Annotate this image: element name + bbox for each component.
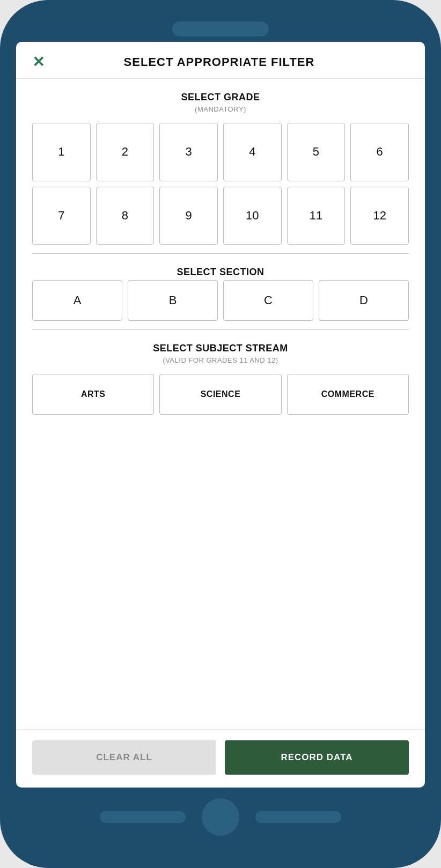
phone-screen: ✕ SELECT APPROPRIATE FILTER SELECT GRADE… bbox=[16, 42, 425, 788]
grade-mandatory-label: (MANDATORY) bbox=[32, 105, 409, 113]
phone-speaker bbox=[172, 21, 269, 36]
grade-btn-9[interactable]: 9 bbox=[159, 187, 218, 245]
record-data-button[interactable]: RECORD DATA bbox=[225, 740, 409, 775]
bottom-pill-right bbox=[255, 811, 341, 823]
section-btn-D[interactable]: D bbox=[319, 280, 409, 321]
bottom-pill-left bbox=[100, 811, 186, 823]
grade-btn-1[interactable]: 1 bbox=[32, 123, 91, 181]
phone-device: ✕ SELECT APPROPRIATE FILTER SELECT GRADE… bbox=[0, 0, 441, 868]
stream-section: SELECT SUBJECT STREAM (VALID FOR GRADES … bbox=[16, 330, 425, 423]
stream-btn-science[interactable]: SCIENCE bbox=[159, 374, 281, 415]
section-btn-B[interactable]: B bbox=[128, 280, 218, 321]
grade-btn-11[interactable]: 11 bbox=[287, 187, 346, 245]
grade-section-title: SELECT GRADE bbox=[32, 92, 409, 103]
stream-subtitle: (VALID FOR GRADES 11 AND 12) bbox=[32, 356, 409, 364]
phone-bottom-nav bbox=[16, 798, 425, 836]
grade-section: SELECT GRADE (MANDATORY) 123456789101112 bbox=[16, 79, 425, 253]
stream-section-title: SELECT SUBJECT STREAM bbox=[32, 343, 409, 354]
grade-grid: 123456789101112 bbox=[32, 123, 409, 245]
spacer bbox=[16, 423, 425, 729]
grade-btn-2[interactable]: 2 bbox=[96, 123, 155, 181]
section-btn-A[interactable]: A bbox=[32, 280, 122, 321]
footer-buttons: CLEAR ALL RECORD DATA bbox=[16, 729, 425, 788]
stream-grid: ARTSSCIENCECOMMERCE bbox=[32, 374, 409, 415]
grade-btn-7[interactable]: 7 bbox=[32, 187, 91, 245]
section-grid: ABCD bbox=[32, 280, 409, 321]
section-btn-C[interactable]: C bbox=[223, 280, 313, 321]
grade-btn-3[interactable]: 3 bbox=[159, 123, 218, 181]
grade-btn-12[interactable]: 12 bbox=[350, 187, 409, 245]
grade-btn-8[interactable]: 8 bbox=[96, 187, 155, 245]
grade-btn-6[interactable]: 6 bbox=[350, 123, 409, 181]
clear-all-button[interactable]: CLEAR ALL bbox=[32, 740, 216, 775]
stream-btn-arts[interactable]: ARTS bbox=[32, 374, 154, 415]
section-section: SELECT SECTION ABCD bbox=[16, 254, 425, 329]
section-section-title: SELECT SECTION bbox=[32, 267, 409, 278]
grade-btn-4[interactable]: 4 bbox=[223, 123, 282, 181]
stream-btn-commerce[interactable]: COMMERCE bbox=[287, 374, 409, 415]
close-icon[interactable]: ✕ bbox=[32, 55, 45, 70]
grade-btn-10[interactable]: 10 bbox=[223, 187, 282, 245]
header: ✕ SELECT APPROPRIATE FILTER bbox=[16, 42, 425, 79]
page-title: SELECT APPROPRIATE FILTER bbox=[55, 55, 409, 69]
grade-btn-5[interactable]: 5 bbox=[287, 123, 346, 181]
screen-content: ✕ SELECT APPROPRIATE FILTER SELECT GRADE… bbox=[16, 42, 425, 788]
bottom-home-button[interactable] bbox=[202, 798, 239, 836]
